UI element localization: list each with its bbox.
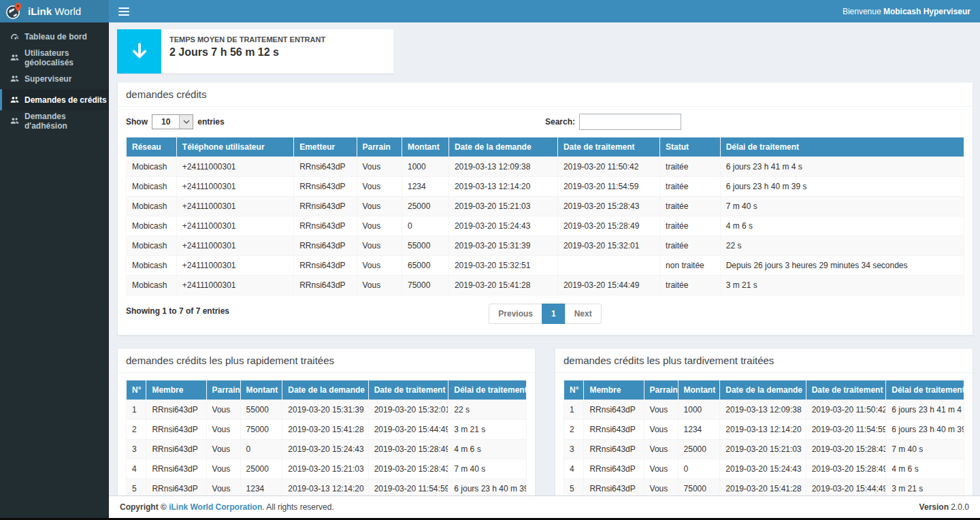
sidebar-item-superviseur[interactable]: Superviseur (0, 68, 109, 89)
table-cell: 2019-03-13 12:14:20 (282, 479, 368, 496)
table-cell: 2019-03-20 15:31:39 (448, 236, 557, 256)
table-cell: RRnsi643dP (584, 420, 644, 440)
avg-processing-time-card: TEMPS MOYEN DE TRAITEMENT ENTRANT 2 Jour… (117, 29, 393, 74)
table-cell: Vous (206, 400, 240, 420)
latest-processed-table: N°MembreParrainMontantDate de la demande… (564, 380, 964, 495)
sidebar-toggle-hamburger-icon[interactable] (118, 7, 129, 16)
column-header: Parrain (357, 137, 402, 157)
panel-body: N°MembreParrainMontantDate de la demande… (118, 373, 535, 495)
table-cell: 6 jours 23 h 41 m 4 s (886, 400, 964, 420)
table-cell: traitée (660, 216, 721, 236)
sidebar-item-demandes-de-credits[interactable]: Demandes de crédits (0, 89, 109, 110)
table-cell: 2019-03-20 15:24:43 (282, 440, 368, 459)
table-cell: 2019-03-13 12:14:20 (720, 420, 806, 440)
sidebar-item-demandes-adhesion[interactable]: Demandes d'adhésion (0, 110, 109, 131)
table-row: Mobicash+24111000301RRnsi643dPVous100020… (127, 157, 964, 177)
table-cell: Vous (644, 440, 678, 459)
previous-page-button[interactable]: Previous (489, 304, 542, 324)
users-icon (10, 95, 19, 105)
table-cell: 7 m 40 s (720, 197, 964, 216)
table-cell: Vous (644, 400, 678, 420)
table-cell: 2019-03-20 15:41:28 (448, 276, 557, 295)
table-row: 4RRnsi643dPVous250002019-03-20 15:21:032… (127, 459, 527, 479)
table-cell: Vous (357, 216, 402, 236)
table-cell: 2019-03-13 12:14:20 (448, 177, 557, 197)
pagination: Previous 1 Next (126, 304, 964, 324)
main-content: TEMPS MOYEN DE TRAITEMENT ENTRANT 2 Jour… (109, 22, 980, 495)
table-cell: 75000 (240, 420, 282, 440)
column-header: Date de la demande (448, 137, 557, 157)
table-cell: 2019-03-13 12:09:38 (448, 157, 557, 177)
table-cell: 0 (402, 216, 448, 236)
column-header: Date de traitement (806, 380, 886, 400)
top-navbar: Bienvenue Mobicash Hyperviseur (109, 0, 980, 22)
table-cell: 75000 (678, 479, 720, 496)
welcome-prefix: Bienvenue (843, 7, 881, 16)
sidebar-item-utilisateurs-geolocalises[interactable]: Utilisateurs géolocalisés (0, 47, 109, 68)
page-length-select[interactable]: 10 (152, 114, 193, 129)
copyright-label: Copyright © (120, 502, 169, 512)
table-cell: RRnsi643dP (294, 157, 357, 177)
table-cell: RRnsi643dP (294, 197, 357, 216)
table-cell: 65000 (402, 256, 448, 276)
table-cell: Vous (206, 440, 240, 459)
users-icon (10, 74, 19, 84)
brand-logo[interactable]: iLink World (0, 0, 109, 22)
table-row: 2RRnsi643dPVous12342019-03-13 12:14:2020… (564, 420, 964, 440)
table-cell: 4 (564, 459, 584, 479)
stat-content: TEMPS MOYEN DE TRAITEMENT ENTRANT 2 Jour… (161, 29, 333, 74)
table-cell: +24111000301 (176, 216, 293, 236)
table-cell: 3 (564, 440, 584, 459)
table-cell: 6 jours 23 h 40 m 39 s (886, 420, 964, 440)
panel-title: demandes crédits les plus rapidement tra… (118, 348, 535, 373)
table-cell: Vous (206, 459, 240, 479)
sidebar-menu: Tableau de bord Utilisateurs géolocalisé… (0, 22, 109, 131)
table-cell: RRnsi643dP (146, 440, 206, 459)
table-cell: 6 jours 23 h 40 m 39 s (720, 177, 964, 197)
column-header: Délai de traitement (720, 137, 964, 157)
chevron-down-icon (179, 115, 193, 129)
table-cell: Vous (644, 420, 678, 440)
table-cell: 7 m 40 s (448, 459, 527, 479)
company-link[interactable]: iLink World Corporation (169, 502, 262, 512)
table-cell: 25000 (402, 197, 448, 216)
table-cell: Mobicash (127, 256, 177, 276)
show-label: Show (126, 117, 148, 127)
table-row: 5RRnsi643dPVous12342019-03-13 12:14:2020… (127, 479, 527, 496)
next-page-button[interactable]: Next (565, 304, 602, 324)
table-row: 3RRnsi643dPVous250002019-03-20 15:21:032… (564, 440, 964, 459)
version-text: Version 2.0.0 (919, 502, 969, 512)
search-label: Search: (545, 117, 575, 127)
table-cell: 2019-03-20 15:32:51 (448, 256, 557, 276)
table-footer: Showing 1 to 7 of 7 entries Previous 1 N… (126, 304, 964, 325)
rights-text: . All rights reserved. (262, 502, 333, 512)
table-cell: Vous (357, 177, 402, 197)
table-cell: 1000 (402, 157, 448, 177)
table-header: RéseauTéléphone utilisateurEmetteurParra… (127, 137, 964, 157)
entries-label: entries (197, 117, 224, 127)
table-cell: 7 m 40 s (886, 440, 964, 459)
table-cell: Vous (357, 197, 402, 216)
table-cell: 2019-03-20 11:54:59 (806, 420, 886, 440)
table-cell: 3 m 21 s (720, 276, 964, 295)
table-cell: +24111000301 (176, 256, 293, 276)
column-header: Délai de traitement (448, 380, 527, 400)
table-cell: 75000 (402, 276, 448, 295)
column-header: Montant (402, 137, 448, 157)
search-input[interactable] (579, 114, 681, 130)
column-header: Montant (678, 380, 720, 400)
sidebar-item-label: Superviseur (24, 74, 71, 84)
table-cell: 1234 (240, 479, 282, 496)
table-cell: 2019-03-20 11:50:42 (806, 400, 886, 420)
column-header: Date de la demande (720, 380, 806, 400)
table-cell: 2019-03-20 15:21:03 (282, 459, 368, 479)
table-cell: RRnsi643dP (294, 236, 357, 256)
table-cell: 2 (564, 420, 584, 440)
page-footer: Copyright © iLink World Corporation. All… (109, 495, 980, 518)
table-cell: +24111000301 (176, 276, 293, 295)
sidebar-item-tableau-de-bord[interactable]: Tableau de bord (0, 26, 109, 47)
stat-value: 2 Jours 7 h 56 m 12 s (169, 46, 325, 59)
page-1-button[interactable]: 1 (542, 304, 566, 324)
latest-processed-panel: demandes crédits les plus tardivement tr… (555, 348, 973, 495)
table-cell: non traitée (660, 256, 721, 276)
